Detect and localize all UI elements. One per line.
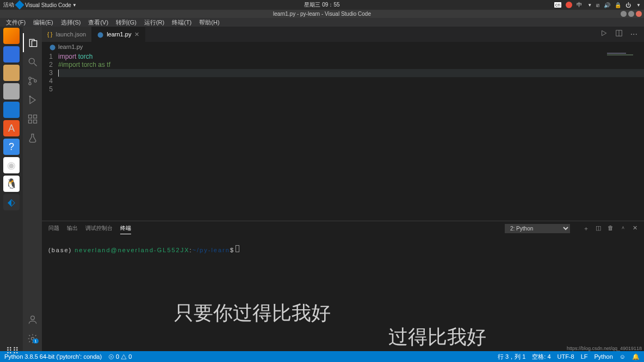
overlay-text-2: 过得比我好 — [388, 324, 486, 351]
status-spaces[interactable]: 空格: 4 — [532, 353, 550, 361]
menu-file[interactable]: 文件(F) — [2, 18, 29, 27]
status-bar: Python 3.8.5 64-bit ('pytorch': conda) 0… — [0, 351, 644, 362]
gnome-top-bar: 活动 Visual Studio Code▼ 星期三 09：55 cn 中▼ ⎚… — [0, 0, 644, 10]
svg-point-9 — [30, 316, 34, 320]
status-problems[interactable]: 0 0 — [108, 353, 132, 360]
svg-point-0 — [29, 58, 34, 64]
menu-terminal[interactable]: 终端(T) — [168, 18, 195, 27]
terminal[interactable]: (base) neverland@neverland-GL552JX:~/py-… — [42, 235, 644, 351]
menu-run[interactable]: 运行(R) — [140, 18, 168, 27]
volume-icon[interactable]: 🔊 — [604, 2, 610, 8]
more-actions-button[interactable]: ··· — [630, 29, 637, 39]
code-editor[interactable]: 1 2 3 4 5 import torch #import torch as … — [42, 52, 644, 221]
menu-select[interactable]: 选择(S) — [57, 18, 85, 27]
status-lang[interactable]: Python — [595, 353, 613, 360]
panel-tab-debug[interactable]: 调试控制台 — [85, 223, 113, 234]
split-editor-button[interactable] — [615, 29, 623, 39]
menu-view[interactable]: 查看(V) — [84, 18, 112, 27]
panel-tab-problems[interactable]: 问题 — [48, 223, 59, 234]
window-titlebar: learn1.py - py-learn - Visual Studio Cod… — [0, 10, 644, 18]
dock-chrome[interactable]: ◉ — [3, 157, 20, 173]
dropdown-icon[interactable]: ▼ — [72, 3, 77, 8]
run-button[interactable] — [600, 29, 608, 39]
svg-rect-6 — [28, 120, 32, 123]
menu-edit[interactable]: 编辑(E) — [29, 18, 57, 27]
json-icon: { } — [47, 32, 52, 38]
menu-help[interactable]: 帮助(H) — [195, 18, 223, 27]
terminal-select[interactable]: 2: Python — [505, 224, 570, 233]
menu-bar: 文件(F) 编辑(E) 选择(S) 查看(V) 转到(G) 运行(R) 终端(T… — [0, 18, 644, 27]
minimap[interactable] — [607, 53, 639, 57]
window-maximize-button[interactable] — [628, 11, 634, 17]
clock-label[interactable]: 星期三 09：55 — [304, 1, 339, 9]
power-icon[interactable]: ⏻ — [626, 2, 631, 8]
status-eol[interactable]: LF — [581, 353, 588, 360]
dock-firefox[interactable] — [3, 28, 20, 44]
panel-tabs: 问题 输出 调试控制台 终端 2: Python ＋ ◫ 🗑 ＾ ✕ — [42, 221, 644, 235]
panel-tab-terminal[interactable]: 终端 — [120, 223, 131, 234]
dock-help[interactable]: ? — [3, 139, 20, 155]
activity-extensions[interactable] — [23, 109, 42, 128]
app-name-label[interactable]: Visual Studio Code — [25, 2, 71, 8]
svg-rect-8 — [33, 115, 36, 118]
ime-status-icon[interactable] — [566, 2, 572, 8]
svg-rect-5 — [28, 115, 32, 118]
python-icon: ⬤ — [49, 44, 55, 50]
status-ln-col[interactable]: 行 3，列 1 — [498, 353, 525, 361]
activity-bar: 1 — [23, 27, 42, 351]
dock-software[interactable]: A — [3, 120, 20, 136]
window-minimize-button[interactable] — [621, 11, 627, 17]
close-icon[interactable]: ✕ — [134, 31, 139, 38]
breadcrumb-item[interactable]: learn1.py — [58, 43, 83, 50]
panel: 问题 输出 调试控制台 终端 2: Python ＋ ◫ 🗑 ＾ ✕ (base… — [42, 221, 644, 351]
status-feedback[interactable]: ☺ — [620, 353, 626, 360]
activity-test[interactable] — [23, 128, 42, 147]
keyboard-indicator[interactable]: cn — [554, 2, 562, 8]
network-icon[interactable]: ⎚ — [596, 2, 599, 8]
ubuntu-dock: A ? ◉ 🐧 ⬖ ⠿⠿ — [0, 27, 23, 351]
dock-vscode[interactable]: ⬖ — [3, 194, 20, 210]
activity-explorer[interactable] — [23, 33, 42, 52]
activity-settings[interactable]: 1 — [23, 329, 42, 348]
menu-go[interactable]: 转到(G) — [112, 18, 140, 27]
new-terminal-button[interactable]: ＋ — [583, 224, 589, 233]
maximize-panel-button[interactable]: ＾ — [620, 224, 626, 233]
svg-point-1 — [28, 77, 30, 79]
activity-search[interactable] — [23, 52, 42, 71]
svg-point-4 — [29, 96, 30, 97]
dock-files[interactable] — [3, 65, 20, 81]
svg-point-3 — [34, 79, 36, 82]
tabs-bar: { } launch.json ⬤ learn1.py ✕ ··· — [42, 27, 644, 42]
dock-libreoffice[interactable] — [3, 102, 20, 118]
dock-disks[interactable] — [3, 83, 20, 99]
code-content[interactable]: import torch #import torch as tf — [58, 52, 644, 221]
ime-label[interactable]: 中 — [577, 1, 582, 9]
vscode-icon — [15, 1, 24, 10]
activity-scm[interactable] — [23, 71, 42, 90]
activity-run[interactable] — [23, 90, 42, 109]
panel-tab-output[interactable]: 输出 — [67, 223, 78, 234]
tab-label: learn1.py — [107, 31, 131, 38]
tab-launch-json[interactable]: { } launch.json — [42, 27, 92, 42]
kill-terminal-button[interactable]: 🗑 — [608, 224, 614, 233]
window-title: learn1.py - py-learn - Visual Studio Cod… — [273, 11, 371, 17]
dock-apps-grid[interactable]: ⠿⠿ — [6, 346, 17, 357]
dock-qq[interactable]: 🐧 — [3, 176, 20, 192]
dock-thunderbird[interactable] — [3, 46, 20, 63]
breadcrumb[interactable]: ⬤ learn1.py — [42, 42, 644, 52]
svg-rect-7 — [33, 120, 36, 123]
split-terminal-button[interactable]: ◫ — [596, 224, 601, 233]
python-icon: ⬤ — [97, 32, 103, 38]
window-close-button[interactable] — [636, 11, 642, 17]
tab-learn1-py[interactable]: ⬤ learn1.py ✕ — [92, 27, 145, 42]
lock-icon[interactable]: 🔒 — [615, 2, 621, 8]
status-notifications[interactable]: 🔔 — [632, 353, 640, 360]
activities-button[interactable]: 活动 — [3, 1, 14, 9]
close-panel-button[interactable]: ✕ — [633, 224, 637, 233]
status-encoding[interactable]: UTF-8 — [558, 353, 574, 360]
tab-label: launch.json — [55, 31, 86, 38]
line-gutter: 1 2 3 4 5 — [42, 52, 58, 221]
editor-area: { } launch.json ⬤ learn1.py ✕ ··· ⬤ lear… — [42, 27, 644, 351]
activity-account[interactable] — [23, 310, 42, 329]
watermark: https://blog.csdn.net/qq_49019118 — [567, 346, 642, 351]
